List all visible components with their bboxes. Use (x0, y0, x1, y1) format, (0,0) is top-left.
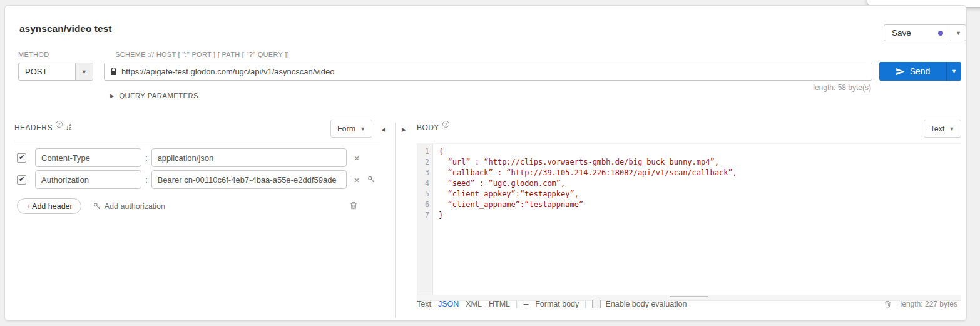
key-icon[interactable] (367, 175, 375, 184)
key-icon (93, 202, 101, 210)
code-lines[interactable]: { “url” : “http://clips.vorwaerts-gmbh.d… (433, 144, 961, 295)
chevron-right-icon: ▶ (110, 93, 114, 99)
trash-icon[interactable] (884, 300, 892, 308)
body-footer-bar: TextJSONXMLHTML | Format body | Enable b… (417, 300, 687, 308)
paper-plane-icon (896, 67, 905, 76)
unsaved-changes-dot (938, 31, 943, 36)
chevron-down-icon: ▼ (949, 126, 955, 132)
format-tab-text[interactable]: Text (417, 300, 431, 308)
send-button-group: Send ▼ (879, 62, 961, 81)
format-body-label: Format body (535, 300, 579, 308)
collapse-left-icon[interactable]: ◀ (381, 126, 385, 133)
format-tabs: TextJSONXMLHTML (417, 300, 510, 308)
code-line: “url” : “http://clips.vorwaerts-gmbh.de/… (439, 157, 961, 168)
header-enabled-checkbox[interactable] (17, 153, 26, 163)
gutter: 1234567 (417, 144, 433, 295)
colon-separator: : (145, 153, 148, 163)
header-name-input[interactable] (35, 170, 141, 189)
help-icon[interactable]: ? (56, 121, 63, 128)
method-select[interactable]: POST ▼ (18, 63, 93, 81)
body-footer-right: length: 227 bytes (884, 300, 957, 308)
send-button[interactable]: Send (879, 62, 946, 81)
chevron-down-icon: ▼ (951, 68, 957, 74)
add-header-button[interactable]: + Add header (17, 198, 81, 214)
format-tab-xml[interactable]: XML (466, 300, 482, 308)
collapse-right-icon[interactable]: ▶ (402, 126, 406, 133)
save-button-group: Save ▼ (884, 24, 966, 41)
code-line: “client_appname”:“testappname” (439, 200, 961, 210)
chevron-down-icon: ▼ (360, 126, 365, 132)
header-enabled-checkbox[interactable] (17, 175, 26, 185)
url-byte-length: length: 58 byte(s) (813, 83, 871, 92)
method-value: POST (19, 63, 75, 80)
query-parameters-toggle[interactable]: ▶ QUERY PARAMETERS (110, 92, 198, 99)
body-title: BODY (417, 123, 439, 132)
header-row: : × (14, 170, 375, 189)
add-authorization-label: Add authorization (105, 202, 165, 211)
remove-header-icon[interactable]: × (354, 175, 360, 185)
save-dropdown-button[interactable]: ▼ (951, 25, 966, 41)
enable-evaluation-label: Enable body evaluation (605, 300, 687, 308)
header-name-input[interactable] (35, 148, 141, 167)
code-line: { (439, 146, 961, 157)
header-row: : × (14, 148, 359, 167)
body-section-header: BODY ? (417, 123, 449, 132)
trash-icon[interactable] (349, 201, 358, 210)
add-authorization-link[interactable]: Add authorization (93, 202, 165, 211)
colon-separator: : (145, 175, 148, 185)
chevron-down-icon: ▼ (75, 63, 93, 80)
send-dropdown-button[interactable]: ▼ (946, 62, 961, 81)
header-value-input[interactable] (151, 148, 347, 167)
body-view-mode-value: Text (931, 125, 945, 133)
format-tab-json[interactable]: JSON (438, 300, 459, 308)
request-card: asynscan/video test Save ▼ METHOD SCHEME… (4, 5, 967, 321)
page-title: asynscan/video test (19, 23, 111, 34)
headers-title: HEADERS (14, 123, 53, 132)
format-tab-html[interactable]: HTML (489, 300, 510, 308)
enable-evaluation-control: Enable body evaluation (592, 300, 687, 308)
code-line: “callback” : “http://39.105.214.226:1808… (439, 168, 961, 178)
url-input-box (104, 63, 872, 81)
code-line: “client_appkey”:“testappkey”, (439, 189, 961, 200)
body-byte-length: length: 227 bytes (901, 300, 957, 308)
method-label: METHOD (18, 51, 49, 58)
save-button[interactable]: Save (884, 25, 951, 41)
send-button-label: Send (910, 66, 931, 76)
scheme-label: SCHEME :// HOST [ ":" PORT ] [ PATH [ "?… (115, 51, 289, 58)
align-lines-icon (523, 301, 531, 308)
panel-divider (395, 123, 396, 318)
body-editor[interactable]: 1234567 { “url” : “http://clips.vorwaert… (417, 143, 961, 295)
help-icon[interactable]: ? (442, 121, 449, 128)
headers-actions-row: + Add header Add authorization (17, 198, 165, 214)
body-view-mode-dropdown[interactable]: Text ▼ (924, 120, 961, 138)
footer-separator: | (516, 300, 518, 308)
code-line: “seed” : “ugc.glodon.com”, (439, 178, 961, 189)
code-line: } (439, 210, 961, 221)
url-input[interactable] (121, 67, 866, 76)
sort-az-icon[interactable]: ↓AZ (66, 124, 72, 130)
headers-view-mode-dropdown[interactable]: Form ▼ (330, 120, 372, 138)
footer-separator: | (584, 300, 586, 308)
save-button-label: Save (892, 28, 911, 38)
enable-evaluation-checkbox[interactable] (592, 300, 601, 308)
query-parameters-label: QUERY PARAMETERS (119, 92, 198, 99)
chevron-down-icon: ▼ (956, 30, 961, 36)
format-body-button[interactable]: Format body (523, 300, 579, 308)
remove-header-icon[interactable]: × (354, 153, 360, 163)
headers-section-header: HEADERS ? ↓AZ (14, 123, 71, 132)
headers-divider (14, 141, 380, 141)
lock-icon (110, 68, 117, 76)
header-value-input[interactable] (151, 170, 347, 189)
headers-view-mode-value: Form (337, 125, 355, 133)
